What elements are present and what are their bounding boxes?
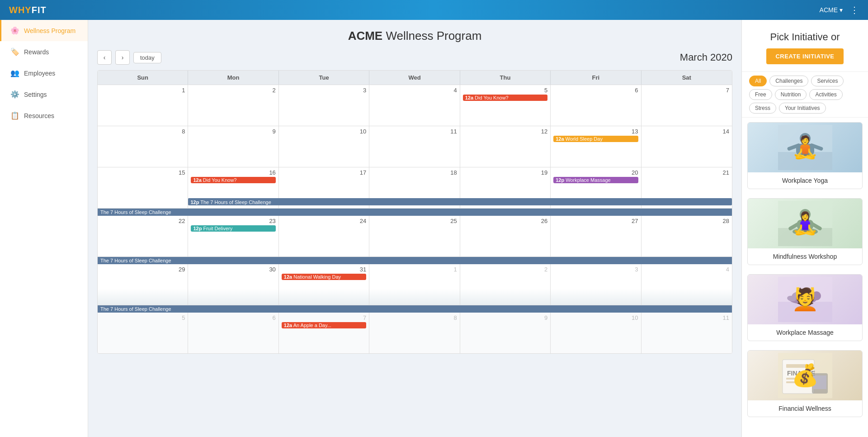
filter-activities[interactable]: Activities — [809, 89, 842, 100]
menu-icon[interactable]: ⋮ — [850, 5, 859, 15]
cal-cell-apr8[interactable]: 8 — [369, 313, 460, 353]
cal-cell-mar21[interactable]: 21 — [642, 167, 732, 208]
cal-cell-apr2[interactable]: 2 — [460, 264, 551, 305]
cal-cell-mar31[interactable]: 31 12a National Walking Day — [279, 264, 369, 305]
cal-cell-mar18[interactable]: 18 — [369, 167, 460, 208]
filter-all[interactable]: All — [749, 76, 767, 86]
cal-cell-mar8[interactable]: 8 — [98, 126, 188, 167]
filter-challenges[interactable]: Challenges — [769, 76, 808, 86]
cal-cell-mar3[interactable]: 3 — [279, 85, 369, 126]
event-did-you-know-mar5[interactable]: 12a Did You Know? — [463, 95, 547, 101]
cal-cell-mar6[interactable]: 6 — [551, 85, 641, 126]
cal-cell-apr10[interactable]: 10 — [551, 313, 641, 353]
filter-stress[interactable]: Stress — [749, 103, 776, 114]
cal-cell-mar29[interactable]: 29 — [98, 264, 188, 305]
cal-cell-mar25[interactable]: 25 — [369, 216, 460, 256]
cal-cell-mar11[interactable]: 11 — [369, 126, 460, 167]
sleep-challenge-span-week4[interactable]: The 7 Hours of Sleep Challenge — [98, 209, 732, 216]
event-national-walking-day[interactable]: 12a National Walking Day — [282, 274, 366, 280]
initiative-card-finance[interactable]: FINANCE Financial Wellness — [747, 350, 863, 417]
sleep-challenge-span-week5[interactable]: The 7 Hours of Sleep Challenge — [98, 257, 732, 264]
svg-point-8 — [800, 209, 811, 220]
cal-cell-mar4[interactable]: 4 — [369, 85, 460, 126]
cal-cell-mar14[interactable]: 14 — [642, 126, 732, 167]
cal-cell-apr4[interactable]: 4 — [642, 264, 732, 305]
create-initiative-button[interactable]: CREATE INITIATIVE — [766, 48, 843, 64]
calendar-week-1: 1 2 3 4 5 12a Did You Know? 6 7 — [98, 85, 732, 126]
calendar-week-5-wrapper: The 7 Hours of Sleep Challenge 29 30 31 … — [98, 256, 732, 305]
filter-free[interactable]: Free — [749, 89, 772, 100]
sidebar-item-rewards[interactable]: 🏷️ Rewards — [0, 41, 88, 62]
next-month-button[interactable]: › — [115, 50, 130, 65]
day-header-tue: Tue — [279, 71, 369, 85]
sidebar-label-wellness: Wellness Program — [24, 27, 75, 34]
cal-cell-mar2[interactable]: 2 — [188, 85, 278, 126]
event-did-you-know-mar16[interactable]: 12a Did You Know? — [191, 177, 275, 183]
cal-cell-apr7[interactable]: 7 12a An Apple a Day... — [279, 313, 369, 353]
cal-cell-apr6[interactable]: 6 — [188, 313, 278, 353]
event-fruit-delivery[interactable]: 12p Fruit Delivery — [191, 225, 275, 232]
event-world-sleep-day[interactable]: 12a World Sleep Day — [553, 136, 638, 142]
cal-cell-mar10[interactable]: 10 — [279, 126, 369, 167]
sidebar-item-settings[interactable]: ⚙️ Settings — [0, 84, 88, 105]
cal-cell-mar16[interactable]: 16 12a Did You Know? — [188, 167, 278, 208]
event-workplace-massage[interactable]: 12p Workplace Massage — [553, 177, 638, 183]
initiative-card-mindfulness[interactable]: Mindfulness Workshop — [747, 198, 863, 265]
sidebar-item-wellness[interactable]: 🌸 Wellness Program — [0, 20, 88, 41]
cal-cell-mar7[interactable]: 7 — [642, 85, 732, 126]
cal-cell-mar22[interactable]: 22 — [98, 216, 188, 256]
day-header-wed: Wed — [369, 71, 460, 85]
filter-services[interactable]: Services — [811, 76, 844, 86]
sidebar-label-rewards: Rewards — [24, 48, 49, 56]
sidebar-label-employees: Employees — [24, 70, 55, 77]
cal-cell-mar27[interactable]: 27 — [551, 216, 641, 256]
cal-cell-mar1[interactable]: 1 — [98, 85, 188, 126]
company-name: ACME — [348, 29, 383, 43]
cal-cell-mar5[interactable]: 5 12a Did You Know? — [460, 85, 551, 126]
initiative-img-finance: FINANCE — [748, 351, 862, 400]
sidebar-item-employees[interactable]: 👥 Employees — [0, 62, 88, 84]
cal-cell-apr9[interactable]: 9 — [460, 313, 551, 353]
cal-cell-mar23[interactable]: 23 12p Fruit Delivery — [188, 216, 278, 256]
cal-cell-apr3[interactable]: 3 — [551, 264, 641, 305]
event-apple-a-day[interactable]: 12a An Apple a Day... — [282, 322, 366, 328]
initiative-img-yoga — [748, 123, 862, 172]
cal-cell-mar24[interactable]: 24 — [279, 216, 369, 256]
initiative-picker-top: Pick Initiative or CREATE INITIATIVE — [742, 20, 868, 71]
cal-cell-mar28[interactable]: 28 — [642, 216, 732, 256]
cal-cell-mar30[interactable]: 30 — [188, 264, 278, 305]
account-selector[interactable]: ACME ▾ — [820, 6, 843, 14]
svg-rect-25 — [786, 381, 800, 383]
initiative-card-massage[interactable]: Workplace Massage — [747, 274, 863, 341]
sidebar-label-settings: Settings — [24, 91, 47, 98]
prev-month-button[interactable]: ‹ — [97, 50, 112, 65]
cal-cell-mar20[interactable]: 20 12p Workplace Massage — [551, 167, 641, 208]
cal-cell-mar9[interactable]: 9 — [188, 126, 278, 167]
cal-cell-mar12[interactable]: 12 — [460, 126, 551, 167]
cal-cell-mar17[interactable]: 17 — [279, 167, 369, 208]
initiative-card-yoga[interactable]: Workplace Yoga — [747, 122, 863, 189]
cal-cell-mar26[interactable]: 26 — [460, 216, 551, 256]
initiative-label-massage: Workplace Massage — [748, 324, 862, 341]
initiative-label-yoga: Workplace Yoga — [748, 172, 862, 189]
rewards-icon: 🏷️ — [10, 48, 19, 56]
cal-cell-apr5[interactable]: 5 — [98, 313, 188, 353]
filter-nutrition[interactable]: Nutrition — [775, 89, 807, 100]
filter-your-initiatives[interactable]: Your Initiatives — [779, 103, 826, 114]
sleep-challenge-span-week6[interactable]: The 7 Hours of Sleep Challenge — [98, 305, 732, 313]
cal-cell-apr11[interactable]: 11 — [642, 313, 732, 353]
day-header-mon: Mon — [188, 71, 278, 85]
title-suffix: Wellness Program — [382, 29, 481, 43]
svg-rect-15 — [778, 302, 832, 322]
today-button[interactable]: today — [133, 52, 161, 63]
cal-cell-apr1[interactable]: 1 — [369, 264, 460, 305]
logo-why: WHY — [9, 5, 32, 15]
calendar-area: ACME Wellness Program ‹ › today March 20… — [88, 20, 741, 437]
cal-cell-mar15[interactable]: 15 — [98, 167, 188, 208]
sidebar-item-resources[interactable]: 📋 Resources — [0, 105, 88, 126]
cal-cell-mar13[interactable]: 13 12a World Sleep Day — [551, 126, 641, 167]
initiative-img-mindfulness — [748, 199, 862, 248]
svg-text:FINANCE: FINANCE — [787, 370, 815, 377]
wellness-icon: 🌸 — [10, 26, 19, 35]
cal-cell-mar19[interactable]: 19 — [460, 167, 551, 208]
